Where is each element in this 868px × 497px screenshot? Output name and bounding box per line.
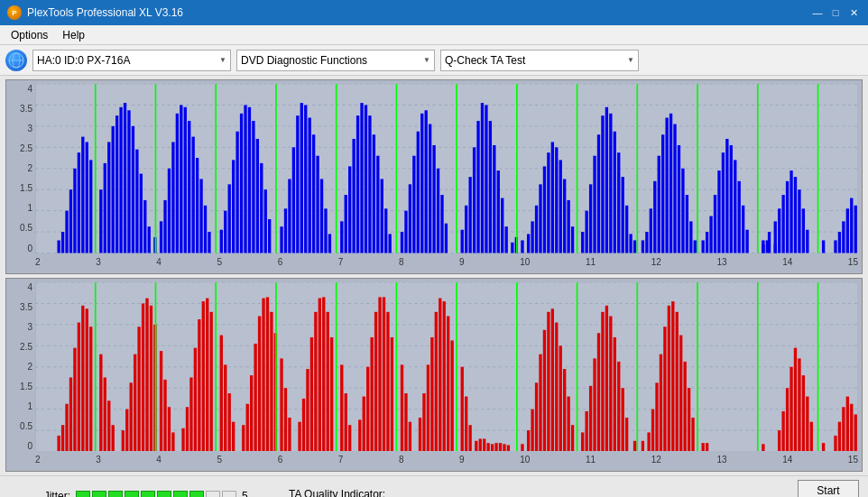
svg-rect-142 bbox=[547, 152, 549, 253]
svg-rect-176 bbox=[686, 195, 688, 253]
svg-rect-351 bbox=[559, 345, 562, 451]
svg-rect-403 bbox=[850, 403, 853, 451]
svg-rect-205 bbox=[798, 189, 800, 253]
svg-rect-336 bbox=[491, 444, 494, 451]
svg-rect-109 bbox=[404, 211, 407, 253]
top-chart-yaxis: 4 3.5 3 2.5 2 1.5 1 0.5 0 bbox=[6, 84, 35, 253]
close-button[interactable]: ✕ bbox=[846, 5, 861, 20]
svg-rect-266 bbox=[171, 432, 174, 451]
svg-rect-143 bbox=[551, 142, 554, 253]
svg-rect-362 bbox=[605, 305, 608, 451]
svg-rect-175 bbox=[681, 169, 684, 253]
jitter-led-6 bbox=[157, 491, 171, 498]
svg-rect-46 bbox=[135, 150, 138, 253]
function-select[interactable]: DVD Diagnostic Functions ▼ bbox=[236, 50, 435, 71]
svg-rect-299 bbox=[322, 297, 325, 451]
svg-rect-286 bbox=[266, 297, 269, 451]
jitter-led-8 bbox=[189, 491, 204, 498]
svg-rect-209 bbox=[834, 240, 836, 253]
svg-rect-156 bbox=[605, 107, 608, 253]
svg-rect-34 bbox=[86, 142, 88, 253]
svg-rect-337 bbox=[494, 443, 497, 451]
svg-rect-84 bbox=[296, 115, 299, 253]
svg-rect-128 bbox=[489, 121, 492, 253]
svg-rect-185 bbox=[722, 152, 725, 253]
svg-rect-202 bbox=[786, 181, 789, 253]
svg-rect-320 bbox=[422, 393, 425, 451]
jitter-group: Jitter: 5 Peak Shift: bbox=[9, 490, 253, 498]
svg-rect-147 bbox=[567, 200, 569, 253]
svg-rect-384 bbox=[701, 443, 704, 451]
svg-rect-241 bbox=[65, 403, 68, 451]
svg-rect-177 bbox=[689, 221, 692, 253]
jitter-led-5 bbox=[141, 491, 155, 498]
svg-rect-86 bbox=[304, 105, 307, 253]
menu-options[interactable]: Options bbox=[4, 27, 55, 43]
svg-rect-250 bbox=[104, 377, 106, 451]
maximize-button[interactable]: □ bbox=[828, 5, 843, 20]
svg-rect-285 bbox=[262, 298, 264, 451]
svg-rect-343 bbox=[527, 430, 530, 451]
svg-rect-314 bbox=[391, 336, 393, 451]
svg-rect-273 bbox=[206, 298, 208, 451]
svg-rect-293 bbox=[298, 421, 300, 451]
svg-rect-394 bbox=[798, 358, 800, 451]
svg-rect-329 bbox=[461, 366, 464, 451]
svg-rect-159 bbox=[617, 152, 620, 253]
svg-rect-70 bbox=[235, 132, 238, 253]
svg-rect-160 bbox=[622, 177, 624, 253]
svg-rect-113 bbox=[420, 114, 423, 253]
svg-rect-48 bbox=[143, 200, 146, 253]
svg-rect-58 bbox=[184, 107, 187, 253]
svg-rect-87 bbox=[309, 118, 311, 253]
start-button[interactable]: Start bbox=[798, 480, 859, 498]
svg-rect-47 bbox=[140, 174, 143, 253]
bottom-chart-area bbox=[35, 282, 858, 452]
test-select[interactable]: Q-Check TA Test ▼ bbox=[440, 50, 639, 71]
titlebar: P PlexTools Professional XL V3.16 — □ ✕ bbox=[0, 0, 868, 25]
svg-rect-379 bbox=[679, 335, 682, 451]
svg-rect-342 bbox=[521, 444, 523, 451]
svg-rect-274 bbox=[210, 311, 213, 451]
svg-rect-254 bbox=[125, 409, 128, 451]
svg-rect-73 bbox=[248, 107, 251, 253]
svg-rect-239 bbox=[57, 435, 60, 451]
menubar: Options Help bbox=[0, 25, 868, 45]
svg-rect-43 bbox=[124, 103, 126, 253]
svg-rect-72 bbox=[244, 105, 246, 253]
svg-rect-265 bbox=[168, 407, 171, 451]
jitter-label: Jitter: bbox=[9, 490, 70, 498]
svg-rect-393 bbox=[794, 347, 797, 451]
svg-rect-153 bbox=[593, 156, 596, 253]
svg-rect-37 bbox=[99, 189, 102, 253]
minimize-button[interactable]: — bbox=[810, 5, 825, 20]
svg-rect-312 bbox=[383, 297, 385, 451]
bottom-chart-xaxis: 2 3 4 5 6 7 8 9 10 11 12 13 14 15 bbox=[35, 451, 858, 471]
svg-rect-270 bbox=[194, 347, 197, 451]
svg-rect-345 bbox=[535, 382, 538, 451]
svg-rect-349 bbox=[551, 308, 554, 451]
svg-rect-391 bbox=[786, 388, 789, 451]
svg-rect-357 bbox=[585, 410, 587, 451]
svg-rect-168 bbox=[653, 181, 656, 253]
menu-help[interactable]: Help bbox=[55, 27, 92, 43]
svg-rect-276 bbox=[220, 335, 223, 451]
svg-rect-380 bbox=[683, 361, 686, 451]
svg-rect-146 bbox=[563, 179, 566, 253]
svg-rect-89 bbox=[316, 156, 319, 253]
svg-rect-152 bbox=[589, 184, 592, 253]
svg-rect-44 bbox=[127, 110, 130, 253]
device-select[interactable]: HA:0 ID:0 PX-716A ▼ bbox=[32, 50, 231, 71]
svg-rect-280 bbox=[242, 425, 245, 451]
svg-rect-124 bbox=[473, 147, 476, 253]
svg-rect-71 bbox=[240, 114, 243, 253]
svg-rect-399 bbox=[834, 435, 836, 451]
svg-rect-339 bbox=[503, 444, 505, 451]
svg-rect-151 bbox=[585, 211, 587, 253]
svg-rect-90 bbox=[320, 179, 323, 253]
svg-rect-377 bbox=[671, 301, 674, 451]
svg-rect-294 bbox=[302, 398, 305, 451]
svg-rect-96 bbox=[348, 166, 351, 253]
svg-rect-104 bbox=[381, 179, 383, 253]
svg-rect-279 bbox=[232, 421, 235, 451]
